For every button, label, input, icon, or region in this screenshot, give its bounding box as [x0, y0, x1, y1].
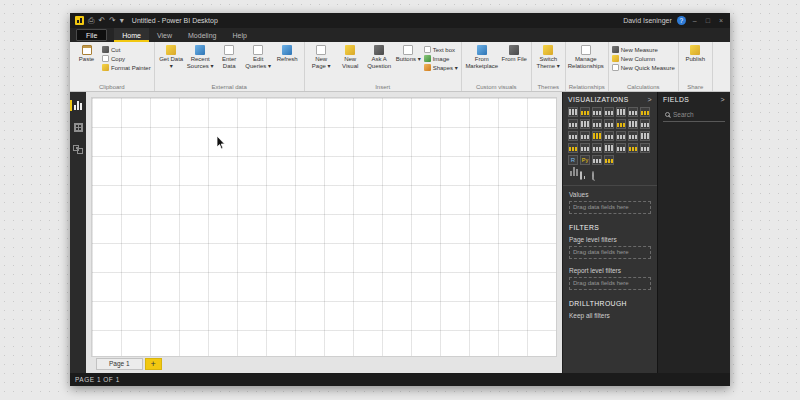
get-data-button[interactable]: Get Data ▾ [158, 44, 185, 70]
manage-relationships-button[interactable]: Manage Relationships [569, 44, 603, 70]
edit-queries-button[interactable]: Edit Queries ▾ [245, 44, 272, 70]
page-level-filters-dropzone[interactable]: Drag data fields here [569, 246, 651, 259]
filled-map-icon[interactable] [616, 131, 626, 141]
multi-row-card-icon[interactable] [592, 143, 602, 153]
search-input[interactable] [673, 111, 721, 118]
hundred-stacked-column-chart-icon[interactable] [628, 107, 638, 117]
area-chart-icon[interactable] [568, 119, 578, 129]
enter-data-button[interactable]: Enter Data [216, 44, 243, 70]
model-view-button[interactable] [70, 143, 86, 156]
group-label-calculations: Calculations [612, 83, 675, 90]
new-measure-button[interactable]: New Measure [612, 46, 675, 53]
clustered-column-chart-icon[interactable] [604, 107, 614, 117]
switch-theme-button[interactable]: Switch Theme ▾ [535, 44, 562, 70]
treemap-icon[interactable] [592, 131, 602, 141]
hundred-stacked-bar-chart-icon[interactable] [616, 107, 626, 117]
text-box-icon [424, 46, 431, 53]
cut-button[interactable]: Cut [102, 46, 151, 53]
shape-map-icon[interactable] [628, 131, 638, 141]
image-button[interactable]: Image [424, 55, 458, 62]
values-dropzone[interactable]: Drag data fields here [569, 201, 651, 214]
kpi-icon[interactable] [604, 143, 614, 153]
more-options-icon[interactable]: … [604, 155, 614, 165]
get-data-label: Get Data ▾ [158, 56, 185, 70]
data-view-button[interactable] [70, 121, 86, 134]
line-clustered-column-chart-icon[interactable] [592, 119, 602, 129]
file-menu-button[interactable]: File [76, 29, 107, 41]
donut-chart-icon[interactable] [580, 131, 590, 141]
paste-label: Paste [79, 56, 94, 63]
shapes-button[interactable]: Shapes ▾ [424, 64, 458, 71]
undo-icon[interactable]: ↶ [98, 16, 105, 25]
analytics-pane-tab[interactable] [592, 172, 594, 182]
line-stacked-column-chart-icon[interactable] [604, 119, 614, 129]
format-pane-tab[interactable] [580, 172, 582, 182]
format-painter-button[interactable]: Format Painter [102, 64, 151, 71]
redo-icon[interactable]: ↷ [109, 16, 116, 25]
maximize-icon[interactable]: □ [704, 17, 712, 24]
stacked-column-chart-icon[interactable] [580, 107, 590, 117]
report-canvas[interactable] [92, 98, 556, 356]
funnel-icon[interactable] [640, 131, 650, 141]
save-icon[interactable]: ⎙ [88, 16, 94, 25]
gauge-icon[interactable] [568, 143, 578, 153]
from-file-button[interactable]: From File [501, 44, 528, 63]
card-icon[interactable] [580, 143, 590, 153]
group-label-external-data: External data [158, 83, 301, 90]
page-tab[interactable]: Page 1 [96, 358, 143, 370]
new-quick-measure-button[interactable]: New Quick Measure [612, 64, 675, 71]
clustered-bar-chart-icon[interactable] [592, 107, 602, 117]
switch-theme-icon [543, 45, 553, 55]
report-level-filters-dropzone[interactable]: Drag data fields here [569, 277, 651, 290]
close-icon[interactable]: × [717, 17, 725, 24]
r-script-visual-icon[interactable]: R [568, 155, 578, 165]
switch-theme-label: Switch Theme ▾ [535, 56, 562, 70]
shapes-icon [424, 64, 431, 71]
python-visual-icon[interactable]: Py [580, 155, 590, 165]
page-level-filters-label: Page level filters [563, 233, 657, 245]
tab-modeling[interactable]: Modeling [180, 28, 224, 42]
waterfall-chart-icon[interactable] [628, 119, 638, 129]
paste-button[interactable]: Paste [73, 44, 100, 63]
ribbon-chart-icon[interactable] [616, 119, 626, 129]
tab-help[interactable]: Help [224, 28, 254, 42]
refresh-button[interactable]: Refresh [274, 44, 301, 63]
new-column-button[interactable]: New Column [612, 55, 675, 62]
slicer-icon[interactable] [616, 143, 626, 153]
help-icon[interactable]: ? [677, 16, 686, 25]
matrix-icon[interactable] [640, 143, 650, 153]
add-page-button[interactable]: + [145, 358, 162, 370]
pie-chart-icon[interactable] [568, 131, 578, 141]
publish-button[interactable]: Publish [682, 44, 709, 63]
titlebar: ⎙ ↶ ↷ ▾ Untitled - Power BI Desktop Davi… [70, 13, 730, 28]
scatter-chart-icon[interactable] [640, 119, 650, 129]
collapse-fields-icon[interactable]: > [721, 96, 726, 103]
new-visual-button[interactable]: New Visual [337, 44, 364, 70]
buttons-button[interactable]: Buttons ▾ [395, 44, 422, 63]
minimize-icon[interactable]: – [691, 17, 699, 24]
publish-label: Publish [685, 56, 705, 63]
filters-title: FILTERS [563, 219, 657, 233]
arcgis-map-icon[interactable] [592, 155, 602, 165]
ask-a-question-button[interactable]: Ask A Question [366, 44, 393, 70]
table-icon[interactable] [628, 143, 638, 153]
recent-sources-button[interactable]: Recent Sources ▾ [187, 44, 214, 70]
quick-access-caret-icon[interactable]: ▾ [120, 16, 124, 25]
tab-home[interactable]: Home [114, 28, 149, 42]
publish-icon [690, 45, 700, 55]
tab-view[interactable]: View [149, 28, 180, 42]
signed-in-user[interactable]: David Iseninger [623, 17, 672, 24]
line-chart-icon[interactable] [640, 107, 650, 117]
stacked-bar-chart-icon[interactable] [568, 107, 578, 117]
data-view-icon [74, 123, 83, 132]
new-page-button[interactable]: New Page ▾ [308, 44, 335, 70]
copy-button[interactable]: Copy [102, 55, 151, 62]
main-area: Page 1 + VISUALIZATIONS > RPy… Values Dr… [70, 92, 730, 373]
map-icon[interactable] [604, 131, 614, 141]
report-view-button[interactable] [70, 99, 86, 112]
ribbon-group-insert: New Page ▾ New Visual Ask A Question But… [305, 42, 462, 91]
text-box-button[interactable]: Text box [424, 46, 458, 53]
collapse-visualizations-icon[interactable]: > [648, 96, 653, 103]
from-marketplace-button[interactable]: From Marketplace [465, 44, 499, 70]
stacked-area-chart-icon[interactable] [580, 119, 590, 129]
